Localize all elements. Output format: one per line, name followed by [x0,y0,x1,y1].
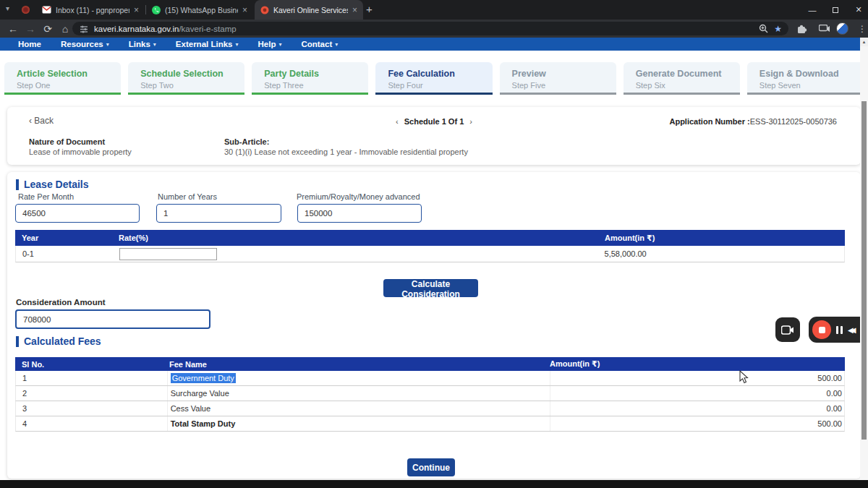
step-schedule-selection[interactable]: Schedule SelectionStep Two [128,62,244,95]
step-fee-calculation[interactable]: Fee CalculationStep Four [375,62,492,95]
bookmark-star-icon[interactable]: ★ [774,24,782,34]
fee-row: 2 Surcharge Value 0.00 [15,386,845,401]
whatsapp-icon [152,6,161,14]
recorder-control-pill: ◀◀ [809,317,868,343]
scrollbar-thumb[interactable] [861,101,867,440]
back-icon[interactable]: ← [6,22,20,36]
nav-item-external-links[interactable]: External Links▾ [176,40,239,48]
selected-text[interactable]: Government Duty [171,373,236,383]
scrollbar-up-arrow[interactable]: ▲ [860,38,868,46]
profile-avatar[interactable] [836,22,848,35]
recorder-camera-button[interactable] [775,317,800,342]
kaveri-icon [260,6,269,14]
tab-title: (15) WhatsApp Business [165,6,238,14]
step-underline [624,93,740,95]
chevron-down-icon: ▾ [335,41,338,48]
rate-table-header: Year Rate(%) Amount(in ₹) [15,230,845,246]
fee-row: 3 Cess Value 0.00 [15,401,845,416]
step-preview[interactable]: PreviewStep Five [500,62,616,95]
gmail-icon [42,6,51,14]
chevron-down-icon: ▾ [153,41,156,48]
forward-icon[interactable]: → [23,22,38,36]
nav-item-resources[interactable]: Resources▾ [61,40,109,48]
nature-of-document-label: Nature of Document [29,137,105,146]
application-number: Application Number :ESS-30112025-0050736 [669,117,837,126]
fees-table-header: Sl No. Fee Name Amount(in ₹) [15,357,845,371]
nav-item-home[interactable]: Home [18,40,41,48]
fee-row: 1 Government Duty 500.00 [15,371,845,386]
pause-recording-button[interactable] [836,326,843,334]
address-bar[interactable]: kaveri.karnataka.gov.in/kaveri-e-stamp ★ [72,22,788,35]
stop-icon [819,327,825,333]
step-esign-download[interactable]: Esign & DownloadStep Seven [747,62,864,95]
close-tab-icon[interactable]: × [352,6,357,14]
lease-details-title: Lease Details [24,179,89,190]
step-underline [375,93,492,95]
step-article-selection[interactable]: Article SelectionStep One [4,62,121,95]
nav-item-contact[interactable]: Contact▾ [301,40,338,48]
window-minimize-button[interactable]: — [801,0,823,20]
extensions-puzzle-icon[interactable] [797,24,807,34]
pinned-tab-favicon-icon[interactable] [22,6,30,14]
home-icon[interactable]: ⌂ [58,22,72,36]
calculated-fees-table: Sl No. Fee Name Amount(in ₹) 1 Governmen… [15,357,845,432]
rate-table: Year Rate(%) Amount(in ₹) 0-1 5,58,000.0… [15,230,845,262]
screen: ▾ Inbox (11) - pgnproperties@g × (15) Wh… [0,0,868,488]
rate-cell [116,248,602,260]
step-underline [747,93,864,95]
rate-percent-input[interactable] [119,248,217,260]
mouse-cursor [739,370,749,384]
number-of-years-label: Number of Years [158,192,217,201]
bottom-black-strip [0,480,868,488]
url-path: /kaveri-e-stamp [179,25,236,33]
refresh-icon[interactable]: ⟳ [41,22,55,36]
rate-per-month-input[interactable] [15,204,140,223]
sub-article-value: 30 (1)(i) Lease not exceeding 1 year - I… [224,147,468,156]
browser-tab-kaveri-active[interactable]: Kaveri Online Services × [255,0,363,20]
step-underline [500,93,616,95]
close-tab-icon[interactable]: × [134,6,139,14]
sub-article-label: Sub-Article: [224,137,269,146]
tab-capture-icon[interactable] [819,25,830,33]
browser-tab-gmail[interactable]: Inbox (11) - pgnproperties@g × [36,0,145,20]
window-close-button[interactable]: ✕ [848,0,868,20]
nav-item-help[interactable]: Help▾ [258,40,281,48]
nav-item-links[interactable]: Links▾ [129,40,156,48]
consideration-amount-label: Consideration Amount [16,298,106,307]
schedule-info-card [7,107,861,165]
window-restore-button[interactable] [825,0,846,20]
chevron-down-icon: ▾ [278,41,281,48]
premium-royalty-input[interactable] [297,204,422,223]
step-party-details[interactable]: Party DetailsStep Three [252,62,368,95]
section-bar [16,179,19,190]
number-of-years-input[interactable] [156,204,281,223]
schedule-prev-icon[interactable]: ‹ [390,117,404,126]
premium-royalty-label: Premium/Royalty/Money advanced [297,192,420,201]
fee-name-cell: Government Duty [167,371,550,385]
new-tab-button[interactable]: + [366,3,373,15]
zoom-icon[interactable] [759,24,768,33]
tab-search-chevron-icon[interactable]: ▾ [6,4,9,12]
step-underline [128,93,244,95]
rewind-icon[interactable]: ◀◀ [848,326,853,334]
fee-row-total: 4 Total Stamp Duty 500.00 [15,416,845,432]
consideration-amount-input[interactable] [15,309,210,329]
continue-button[interactable]: Continue [407,458,455,476]
year-cell: 0-1 [16,249,116,258]
chevron-down-icon: ▾ [235,41,238,48]
url-host: kaveri.karnataka.gov.in [94,25,179,33]
schedule-next-icon[interactable]: › [464,117,478,126]
browser-menu-icon[interactable]: ⋮ [858,22,867,36]
rate-per-month-label: Rate Per Month [18,192,74,201]
video-camera-icon [781,325,794,335]
browser-tab-whatsapp[interactable]: (15) WhatsApp Business × [146,0,253,20]
calculate-consideration-button[interactable]: Calculate Consideration [383,279,478,297]
step-generate-document[interactable]: Generate DocumentStep Six [624,62,740,95]
chevron-down-icon: ▾ [106,41,109,48]
tab-title: Inbox (11) - pgnproperties@g [56,6,129,14]
site-info-icon[interactable] [80,25,88,33]
stop-recording-button[interactable] [812,320,831,339]
close-tab-icon[interactable]: × [242,6,247,14]
browser-tab-strip: ▾ Inbox (11) - pgnproperties@g × (15) Wh… [0,0,868,20]
rate-table-row: 0-1 5,58,000.00 [15,246,845,262]
